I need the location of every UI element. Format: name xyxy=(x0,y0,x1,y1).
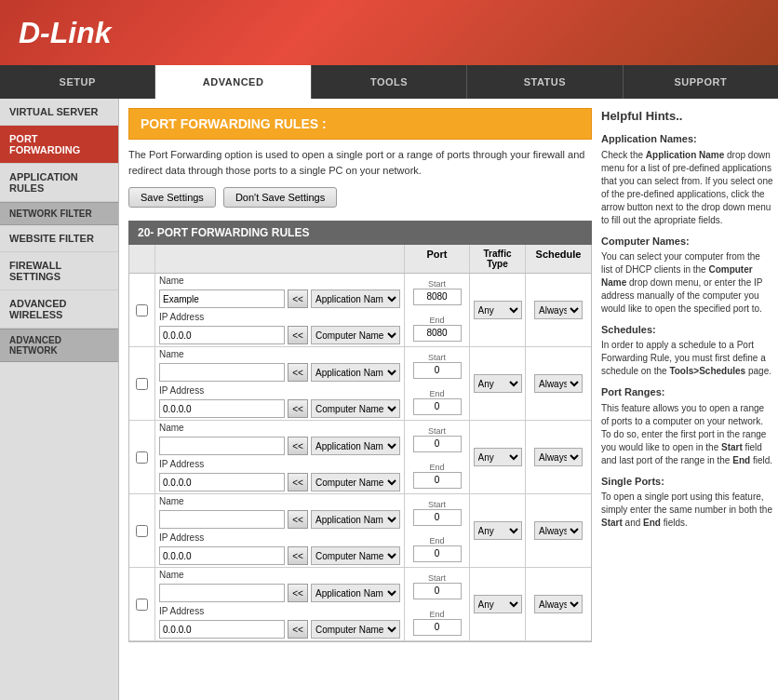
row1-app-select[interactable]: Application Nam xyxy=(311,289,400,308)
row1-traffic-select[interactable]: Any xyxy=(474,301,522,319)
row5-ip-input[interactable] xyxy=(159,620,285,639)
row1-name-label: Name xyxy=(159,276,215,286)
row4-schedule-select[interactable]: Always xyxy=(534,521,583,540)
row2-ip-input[interactable] xyxy=(159,399,285,418)
row4-ip-input[interactable] xyxy=(159,546,285,565)
row3-name-input[interactable] xyxy=(159,437,285,455)
name-header xyxy=(155,245,405,273)
nav-tools[interactable]: TOOLS xyxy=(312,65,467,99)
sidebar-item-virtual-server[interactable]: VIRTUAL SERVER xyxy=(0,99,118,126)
row4-app-select[interactable]: Application Nam xyxy=(311,510,400,529)
row5-traffic-select[interactable]: Any xyxy=(474,595,522,613)
row3-computer-select[interactable]: Computer Name xyxy=(311,473,400,491)
sidebar-section-advanced-network[interactable]: ADVANCED NETWORK xyxy=(0,329,118,362)
row1-ip-row: IP Address xyxy=(155,310,404,324)
row4-end-input[interactable] xyxy=(413,545,462,562)
row1-name-input[interactable] xyxy=(159,289,285,308)
row5-start-input[interactable] xyxy=(413,583,462,599)
row3-schedule-select[interactable]: Always xyxy=(534,448,583,466)
row1-port: Start End xyxy=(405,274,470,346)
row1-ip-input[interactable] xyxy=(159,326,285,344)
row1-start-input[interactable] xyxy=(413,289,462,305)
row5-check[interactable] xyxy=(129,568,155,640)
row2-fields: Name << Application Nam IP Address xyxy=(155,347,405,420)
sidebar-item-port-forwarding[interactable]: PORT FORWARDING xyxy=(0,126,118,164)
row2-computer-select[interactable]: Computer Name xyxy=(311,399,400,418)
nav-status[interactable]: STATUS xyxy=(467,65,623,99)
row1-app-arrow[interactable]: << xyxy=(288,289,308,308)
row3-port-start: Start xyxy=(405,421,469,457)
nav-advanced[interactable]: ADVANCED xyxy=(155,65,311,99)
row2-name-row: Name xyxy=(155,347,404,361)
main: PORT FORWARDING RULES : The Port Forward… xyxy=(119,99,778,700)
row2-start-input[interactable] xyxy=(413,362,462,379)
row2-name-input[interactable] xyxy=(159,363,285,382)
row5-computer-arrow[interactable]: << xyxy=(288,620,308,639)
row2-check[interactable] xyxy=(129,347,155,420)
row2-checkbox[interactable] xyxy=(136,378,148,390)
row1-schedule-select[interactable]: Always xyxy=(534,301,583,319)
row4-app-arrow[interactable]: << xyxy=(288,510,308,529)
row2-computer-arrow[interactable]: << xyxy=(288,399,308,418)
row4-computer-arrow[interactable]: << xyxy=(288,546,308,565)
row2-ip-row: IP Address xyxy=(155,384,404,397)
dont-save-button[interactable]: Don't Save Settings xyxy=(223,187,337,208)
nav-support[interactable]: SUPPORT xyxy=(624,65,778,99)
sidebar-item-application-rules[interactable]: APPLICATION RULES xyxy=(0,164,118,202)
row1-port-start: Start xyxy=(405,274,469,310)
row3-app-arrow[interactable]: << xyxy=(288,437,308,455)
row3-name-label: Name xyxy=(159,423,215,433)
row1-check[interactable] xyxy=(129,274,155,346)
save-settings-button[interactable]: Save Settings xyxy=(128,187,216,208)
row5-computer-select[interactable]: Computer Name xyxy=(311,620,400,639)
row5-end-input[interactable] xyxy=(413,619,462,636)
row5-app-select[interactable]: Application Nam xyxy=(311,584,400,602)
sidebar-item-firewall-settings[interactable]: FIREWALL SETTINGS xyxy=(0,252,118,290)
row4-start-input[interactable] xyxy=(413,509,462,526)
row4-name-input[interactable] xyxy=(159,510,285,529)
row1-checkbox[interactable] xyxy=(136,304,148,316)
table-row: Name << Application Nam IP Address xyxy=(129,274,591,347)
row4-checkbox[interactable] xyxy=(136,525,148,537)
row2-end-input[interactable] xyxy=(413,398,462,415)
row3-end-input[interactable] xyxy=(413,472,462,489)
row3-name-row: Name xyxy=(155,421,404,435)
row3-traffic-select[interactable]: Any xyxy=(474,448,522,466)
row2-schedule-select[interactable]: Always xyxy=(534,374,583,393)
row3-checkbox[interactable] xyxy=(136,451,148,464)
row3-ip-input[interactable] xyxy=(159,473,285,491)
row5-name-input-row: << Application Nam xyxy=(155,582,404,604)
row1-computer-select[interactable]: Computer Name xyxy=(311,326,400,344)
row4-traffic-select[interactable]: Any xyxy=(474,521,522,540)
row3-check[interactable] xyxy=(129,421,155,493)
row5-checkbox[interactable] xyxy=(136,599,148,611)
row4-traffic: Any xyxy=(470,494,526,567)
row1-computer-arrow[interactable]: << xyxy=(288,326,308,344)
row3-start-input[interactable] xyxy=(413,436,462,452)
nav-setup[interactable]: SETUP xyxy=(0,65,155,99)
row5-app-arrow[interactable]: << xyxy=(288,584,308,602)
sidebar-item-advanced-wireless[interactable]: ADVANCED WIRELESS xyxy=(0,290,118,329)
row1-schedule: Always xyxy=(526,274,591,346)
row5-schedule-select[interactable]: Always xyxy=(534,595,583,613)
row4-computer-select[interactable]: Computer Name xyxy=(311,546,400,565)
row3-computer-arrow[interactable]: << xyxy=(288,473,308,491)
row5-port-end: End xyxy=(405,604,469,640)
hints-port-ranges-title: Port Ranges: xyxy=(601,385,773,399)
row2-traffic-select[interactable]: Any xyxy=(474,374,522,393)
row2-ip-input-row: << Computer Name xyxy=(155,397,404,420)
row2-port-end: End xyxy=(405,384,469,420)
row4-end-label: End xyxy=(429,536,444,545)
row2-app-arrow[interactable]: << xyxy=(288,363,308,382)
sidebar-section-network-filter[interactable]: NETWORK FILTER xyxy=(0,202,118,225)
row3-app-select[interactable]: Application Nam xyxy=(311,437,400,455)
row4-check[interactable] xyxy=(129,494,155,567)
port-forwarding-table: Port Traffic Type Schedule xyxy=(128,245,592,642)
row5-name-input[interactable] xyxy=(159,584,285,602)
row2-app-select[interactable]: Application Nam xyxy=(311,363,400,382)
sidebar-item-website-filter[interactable]: WEBSITE FILTER xyxy=(0,225,118,252)
hints-single-ports-text: To open a single port using this feature… xyxy=(601,491,773,530)
nav: SETUP ADVANCED TOOLS STATUS SUPPORT xyxy=(0,65,778,99)
row4-schedule: Always xyxy=(526,494,591,567)
row1-end-input[interactable] xyxy=(413,325,462,342)
